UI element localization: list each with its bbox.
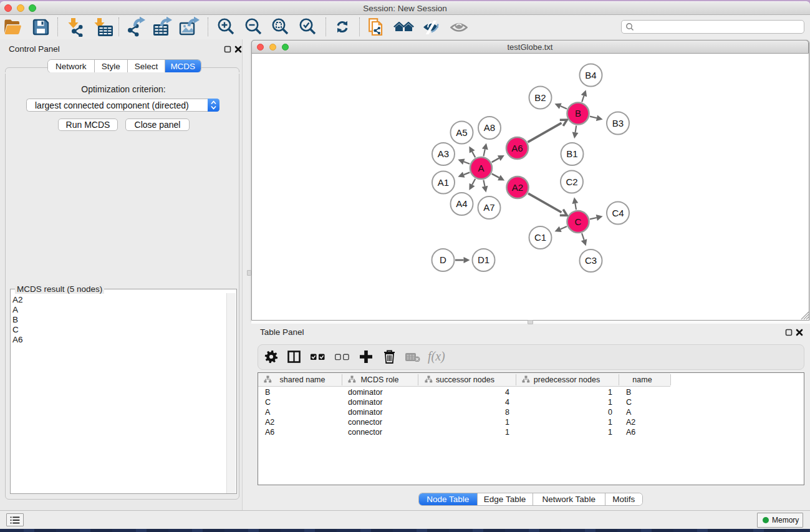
- svg-text:B4: B4: [585, 70, 596, 80]
- svg-text:B3: B3: [612, 118, 624, 128]
- svg-text:A6: A6: [511, 143, 523, 153]
- svg-text:A2: A2: [512, 182, 523, 193]
- svg-text:B2: B2: [534, 92, 546, 103]
- svg-text:D: D: [440, 254, 446, 265]
- svg-text:A5: A5: [456, 127, 467, 138]
- svg-text:A4: A4: [456, 198, 467, 209]
- svg-text:D1: D1: [478, 254, 489, 265]
- svg-text:A8: A8: [484, 122, 495, 133]
- svg-text:B1: B1: [566, 148, 577, 159]
- svg-text:C: C: [575, 216, 582, 227]
- svg-text:C2: C2: [566, 177, 577, 187]
- svg-text:A: A: [478, 163, 484, 173]
- svg-text:A7: A7: [483, 202, 494, 213]
- svg-text:A3: A3: [438, 148, 449, 159]
- svg-text:C3: C3: [585, 255, 597, 266]
- svg-text:B: B: [575, 108, 581, 118]
- svg-text:A1: A1: [438, 177, 449, 188]
- svg-text:C1: C1: [534, 232, 546, 243]
- svg-text:C4: C4: [612, 208, 624, 218]
